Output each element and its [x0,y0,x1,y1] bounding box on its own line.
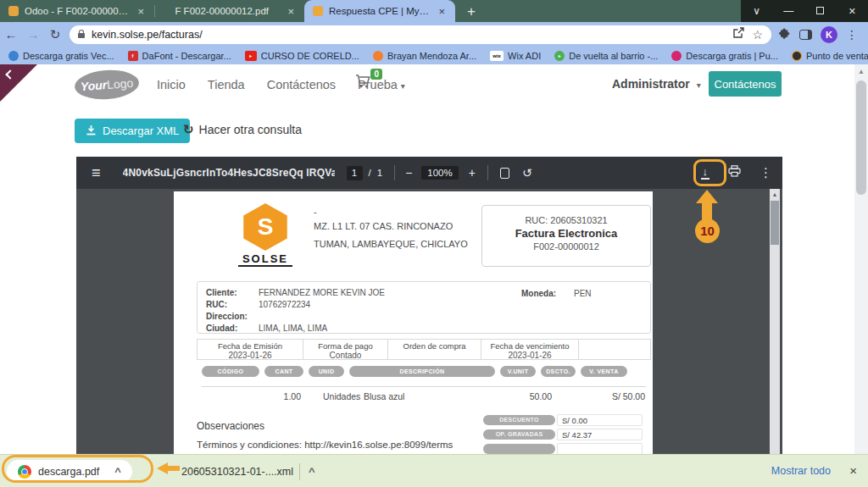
bookmark-descarga-pu[interactable]: Descarga gratis | Pu... [671,51,778,61]
items-table-header: CÓDIGO CANT UNID DESCRIPCIÓN V.UNIT DSCT… [197,366,651,377]
fit-to-page-icon[interactable] [500,168,509,179]
bookmark-de-vuelta[interactable]: ▸De vuelta al barrio -... [554,51,658,61]
pdf-viewer: ≡ 4N0vkSuLjGsncrInTo4HesJC8SreQq lRQVa1C… [76,157,782,487]
bookmark-label: DaFont - Descargar... [142,51,231,61]
cell-unid: Unidades [323,391,360,401]
cart-button[interactable]: 0 [355,74,372,92]
reload-icon[interactable]: ↻ [44,27,66,42]
share-icon[interactable] [732,26,745,42]
col-descripcion: DESCRIPCIÓN [349,366,495,377]
tab-pdf[interactable]: F F002-00000012.pdf × [155,0,304,22]
scroll-up-icon[interactable]: ▲ [770,189,780,197]
back-icon[interactable]: ← [0,27,22,42]
bookmarks-bar: Descarga gratis Vec... fDaFont - Descarg… [0,47,868,64]
side-panel-icon[interactable] [799,30,812,40]
rotate-icon[interactable]: ↺ [522,166,532,180]
client-row: Cliente:FERNANDEZ MORE KEVIN JOE [206,288,385,297]
ruc-label: RUC: [206,300,259,309]
page-number-input[interactable]: 1 [347,166,363,180]
chevron-up-icon[interactable]: ^ [309,465,315,478]
tab-close-icon[interactable]: × [286,5,296,18]
page-separator: / [369,168,371,178]
client-box: Cliente:FERNANDEZ MORE KEVIN JOE RUC:107… [197,281,651,334]
download-file-name: 20605310321-01-....xml [181,466,293,478]
user-menu-label: Administrator [612,77,690,91]
ruc-value: 10762972234 [259,300,310,309]
bookmark-star-icon[interactable]: ☆ [752,28,763,42]
page-scrollbar[interactable]: ▲ [854,64,868,487]
meta-fecha-emision: Fecha de Emisión2023-01-26 [198,340,303,359]
download-item-xml[interactable]: 20605310321-01-....xml ^ [181,460,315,483]
invoice-meta-row: Fecha de Emisión2023-01-26 Forma de pago… [197,339,651,360]
pdf-menu-icon[interactable]: ≡ [92,164,101,182]
window-menu-icon[interactable]: ∨ [746,5,768,17]
col-codigo: CÓDIGO [202,366,259,377]
download-xml-button[interactable]: Descargar XML [75,119,190,143]
profile-avatar[interactable]: K [821,26,837,43]
bookmark-label: CURSO DE CORELD... [261,51,359,61]
page-scrollbar-thumb[interactable] [856,80,866,195]
meta-empty [579,340,650,359]
minimize-icon[interactable]: — [777,5,799,17]
pdf-scrollbar-thumb[interactable] [771,201,779,245]
logo-text-light: Logo [107,76,134,91]
extensions-puzzle-icon[interactable] [778,26,791,42]
bookmark-dafont[interactable]: fDaFont - Descargar... [128,51,231,61]
zoom-out-icon[interactable]: − [405,166,412,180]
scroll-up-icon[interactable]: ▲ [854,64,868,75]
zoom-in-icon[interactable]: + [469,166,476,180]
pdf-doc-title: 4N0vkSuLjGsncrInTo4HesJC8SreQq lRQVa1CR8… [123,167,335,179]
url-text[interactable]: kevin.solse.pe/facturas/ [92,29,726,41]
forward-icon[interactable]: → [22,27,44,42]
bookmark-label: Punto de venta Ven... [806,51,868,61]
close-window-icon[interactable]: × [841,4,863,18]
col-vventa: V. VENTA [581,366,627,377]
bookmark-wix[interactable]: wixWix ADI [490,51,541,61]
nav-contactenos[interactable]: Contáctenos [267,78,336,91]
tab-respuesta-cpe[interactable]: Respuesta CPE | My Website × [304,0,455,22]
col-unid: UNID [309,366,344,377]
user-menu[interactable]: Administrator ▾ [612,77,701,91]
company-ruc: RUC: 20605310321 [482,215,650,225]
total-label-pill: OP. GRAVADAS [483,429,555,440]
tab-odoo[interactable]: Odoo - F F002-00000012 (Shop/ × [0,0,154,22]
maximize-box-icon [816,7,824,14]
youtube-icon: ▸ [245,51,257,61]
retry-query-button[interactable]: ↻ Hacer otra consulta [183,122,302,137]
bookmark-brayan[interactable]: Brayan Mendoza Ar... [373,51,476,61]
tab-close-icon[interactable]: × [437,5,447,18]
contact-button[interactable]: Contáctenos [709,71,782,97]
video-play-icon: ▸ [554,51,565,61]
new-tab-button[interactable]: + [467,4,476,19]
moneda-value: PEN [574,289,592,298]
toolbar-divider [487,165,488,180]
page-content: YourLogo Inicio Tienda Contáctenos Prueb… [0,64,868,487]
ciudad-value: LIMA, LIMA, LIMA [259,324,327,333]
bookmark-vecteezy[interactable]: Descarga gratis Vec... [8,51,114,61]
maximize-icon[interactable] [810,5,832,17]
zoom-level[interactable]: 100% [421,166,458,180]
solse-logo-icon: S [242,203,289,251]
col-vunit: V.UNIT [500,366,536,377]
bookmark-punto-venta[interactable]: Punto de venta Ven... [792,51,868,61]
print-icon[interactable] [728,165,741,180]
observaciones-label: Observaciones [197,420,264,432]
pdf-scrollbar[interactable]: ▲ [770,189,780,487]
nav-tienda[interactable]: Tienda [208,78,245,91]
tab-close-icon[interactable]: × [136,5,146,18]
client-row: Ciudad:LIMA, LIMA, LIMA [206,324,327,333]
site-logo[interactable]: YourLogo [74,68,140,101]
downloads-divider [299,463,300,480]
browser-menu-icon[interactable]: ⋮ [846,28,858,42]
moneda-label: Moneda: [521,289,574,298]
address-bar[interactable]: kevin.solse.pe/facturas/ ☆ [70,25,771,44]
close-downloads-bar-icon[interactable]: × [849,463,857,478]
invoice-page: S SOLSE - MZ. L1 LT. 07 CAS. RINCONAZO T… [174,191,653,487]
show-all-downloads-link[interactable]: Mostrar todo [771,465,831,477]
nav-inicio[interactable]: Inicio [157,78,186,91]
bookmark-curso-corel[interactable]: ▸CURSO DE CORELD... [245,51,359,61]
annotation-highlight-box [693,159,726,186]
pdf-more-icon[interactable]: ⋮ [760,165,772,180]
meta-orden-compra: Orden de compra [388,340,481,359]
corner-ribbon [0,64,37,102]
